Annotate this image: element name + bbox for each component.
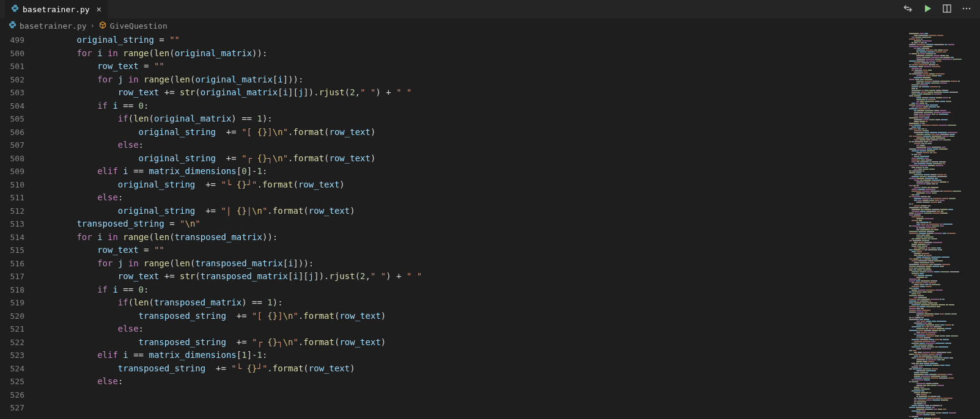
chevron-right-icon: › [90,21,95,30]
tab-filename: basetrainer.py [23,5,90,14]
tab-close-button[interactable]: × [97,4,101,14]
python-icon [9,21,17,31]
editor: 499 500 501 502 503 504 505 506 507 508 … [0,33,980,419]
line-gutter: 499 500 501 502 503 504 505 506 507 508 … [0,33,35,419]
code-area[interactable]: original_string = "" for i in range(len(… [35,33,907,419]
python-icon [11,4,19,14]
title-actions [903,4,980,15]
breadcrumbs: basetrainer.py › GiveQuestion [0,18,980,33]
svg-point-3 [966,7,967,9]
compare-icon[interactable] [903,4,913,15]
breadcrumb-file[interactable]: basetrainer.py [9,21,87,31]
symbol-method-icon [98,21,107,31]
run-icon[interactable] [923,4,932,15]
minimap[interactable] [907,33,980,419]
svg-point-2 [963,7,964,9]
more-actions-icon[interactable] [962,4,971,15]
tab-basetrainer[interactable]: basetrainer.py × [5,0,108,18]
svg-point-4 [969,7,970,9]
breadcrumb-symbol[interactable]: GiveQuestion [98,21,168,31]
tab-bar: basetrainer.py × [0,0,980,18]
split-editor-icon[interactable] [942,4,952,15]
